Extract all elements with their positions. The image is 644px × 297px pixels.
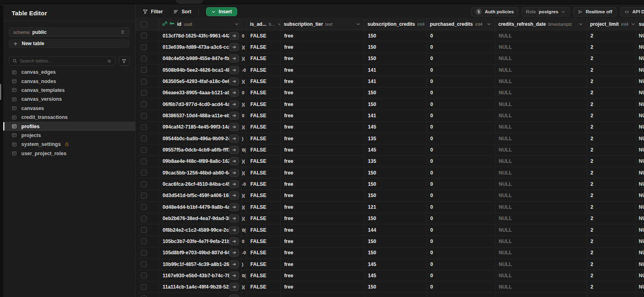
cell-purchased[interactable]: 0	[427, 167, 495, 178]
cell-credits[interactable]: 145	[364, 144, 427, 155]
cell-limit[interactable]: 2	[587, 167, 636, 178]
cell-limit[interactable]	[587, 293, 636, 297]
search-tables-input[interactable]	[20, 58, 104, 63]
cell-last[interactable]: NU	[636, 42, 644, 52]
sidebar-item-system_settings[interactable]: system_settings	[3, 140, 135, 149]
cell-clip[interactable]: )(	[242, 282, 247, 293]
cell-last[interactable]: NU	[636, 133, 644, 144]
cell-limit[interactable]: 2	[587, 64, 636, 75]
cell-tier[interactable]	[281, 293, 364, 297]
cell-tier[interactable]: free	[281, 122, 364, 133]
expand-row-button[interactable]	[229, 169, 239, 177]
cell-is_admin[interactable]	[247, 293, 281, 297]
new-table-button[interactable]: New table	[9, 39, 130, 48]
cell-last[interactable]: NU	[636, 110, 644, 121]
row-checkbox[interactable]	[141, 56, 147, 62]
cell-limit[interactable]: 2	[587, 270, 636, 281]
cell-refresh[interactable]: NULL	[495, 224, 587, 235]
cell-is_admin[interactable]: FALSE	[247, 213, 281, 224]
cell-refresh[interactable]: NULL	[495, 282, 587, 293]
cell-select[interactable]	[137, 213, 159, 224]
cell-tier[interactable]: free	[281, 259, 364, 270]
cell-purchased[interactable]: 0	[427, 213, 495, 224]
cell-credits[interactable]: 150	[364, 247, 427, 258]
chevrons-down-icon[interactable]	[107, 58, 112, 64]
expand-row-button[interactable]	[229, 295, 239, 297]
role-select-button[interactable]: Role postgres	[522, 7, 570, 17]
cell-credits[interactable]: 141	[364, 76, 427, 87]
select-all-checkbox[interactable]	[141, 21, 147, 27]
cell-select[interactable]	[137, 30, 159, 41]
cell-purchased[interactable]: 0	[427, 110, 495, 121]
cell-last[interactable]	[636, 293, 644, 297]
cell-clip[interactable]: 0(	[242, 144, 247, 155]
cell-purchased[interactable]: 0	[427, 133, 495, 144]
cell-last[interactable]: NU	[636, 99, 644, 110]
cell-purchased[interactable]: 0	[427, 224, 495, 235]
cell-is_admin[interactable]: FALSE	[247, 30, 281, 41]
table-row[interactable]: 048c4e50-b989-455e-847e-fb2f...)(FALSEfr…	[137, 53, 644, 64]
cell-id[interactable]: 1167e930-e5b0-43b7-b74c-788c9...	[159, 270, 242, 281]
cell-credits[interactable]: 150	[364, 99, 427, 110]
cell-select[interactable]	[137, 87, 159, 98]
cell-tier[interactable]: free	[281, 213, 364, 224]
row-checkbox[interactable]	[141, 284, 147, 290]
row-checkbox[interactable]	[141, 147, 147, 153]
cell-tier[interactable]: free	[281, 144, 364, 155]
column-header-limit[interactable]: project_limitint4	[587, 19, 636, 30]
row-checkbox[interactable]	[141, 170, 147, 176]
cell-is_admin[interactable]: FALSE	[247, 224, 281, 235]
cell-credits[interactable]: 135	[364, 133, 427, 144]
cell-tier[interactable]: free	[281, 236, 364, 247]
cell-credits[interactable]: 150	[364, 53, 427, 64]
cell-last[interactable]: NU	[636, 247, 644, 258]
cell-refresh[interactable]: NULL	[495, 167, 587, 178]
cell-select[interactable]	[137, 144, 159, 155]
cell-is_admin[interactable]: FALSE	[247, 76, 281, 87]
cell-credits[interactable]	[364, 293, 427, 297]
cell-refresh[interactable]: NULL	[495, 144, 587, 155]
realtime-toggle-button[interactable]: Realtime off	[573, 7, 617, 17]
table-row[interactable]: 0508b94b-5ee2-4626-bca1-4bca...-0FALSEfr…	[137, 64, 644, 76]
cell-is_admin[interactable]: FALSE	[247, 179, 281, 189]
cell-clip[interactable]: )(	[242, 167, 247, 178]
cell-clip[interactable]: )	[242, 133, 247, 144]
row-checkbox[interactable]	[141, 216, 147, 222]
auth-policies-button[interactable]: 5 Auth policies	[471, 7, 518, 17]
cell-last[interactable]: NU	[636, 270, 644, 281]
table-row[interactable]: 0d48e4d4-b1bf-4479-9a8b-4a4b...)(FALSEfr…	[137, 201, 644, 213]
cell-purchased[interactable]: 0	[427, 270, 495, 281]
column-header-last[interactable]: su	[636, 19, 644, 30]
cell-select[interactable]	[137, 224, 159, 235]
cell-refresh[interactable]: NULL	[495, 42, 587, 52]
cell-refresh[interactable]: NULL	[495, 87, 587, 98]
cell-select[interactable]	[137, 156, 159, 167]
cell-credits[interactable]: 150	[364, 213, 427, 224]
cell-id[interactable]: 0508b94b-5ee2-4626-bca1-4bca...	[159, 64, 242, 75]
cell-tier[interactable]: free	[281, 179, 364, 189]
sidebar-item-canvas_versions[interactable]: canvas_versions	[3, 95, 135, 104]
cell-select[interactable]	[137, 76, 159, 87]
table-row[interactable]: 09557f5a-0dcb-4cb9-a6fb-fff366...0(FALSE…	[137, 144, 644, 156]
table-row[interactable]: 105d8bf9-e703-49bd-807d-645e...-0FALSEfr…	[137, 247, 644, 259]
cell-clip[interactable]: 0	[242, 236, 247, 247]
cell-id[interactable]: 048c4e50-b989-455e-847e-fb2f...	[159, 53, 242, 64]
column-header-tier[interactable]: subscription_tiertext	[281, 19, 364, 30]
cell-is_admin[interactable]: FALSE	[247, 99, 281, 110]
expand-row-button[interactable]	[229, 112, 239, 120]
chevron-down-icon[interactable]	[277, 22, 281, 27]
row-checkbox[interactable]	[141, 238, 147, 244]
row-checkbox[interactable]	[141, 135, 147, 141]
cell-clip[interactable]	[242, 293, 247, 297]
table-row[interactable]: 063505e5-4293-4faf-a18c-0e65b...)(FALSEf…	[137, 76, 644, 87]
table-row[interactable]: 06eaee33-8905-4aaa-b121-ab552...0FALSEfr…	[137, 87, 644, 99]
cell-clip[interactable]: )(	[242, 42, 247, 52]
chevron-down-icon[interactable]	[356, 22, 361, 27]
cell-tier[interactable]: free	[281, 224, 364, 235]
cell-refresh[interactable]: NULL	[495, 53, 587, 64]
column-header-purchased[interactable]: purchased_creditsint4	[427, 19, 495, 30]
cell-refresh[interactable]: NULL	[495, 64, 587, 75]
cell-credits[interactable]: 150	[364, 236, 427, 247]
cell-limit[interactable]: 2	[587, 201, 636, 212]
cell-refresh[interactable]: NULL	[495, 247, 587, 258]
